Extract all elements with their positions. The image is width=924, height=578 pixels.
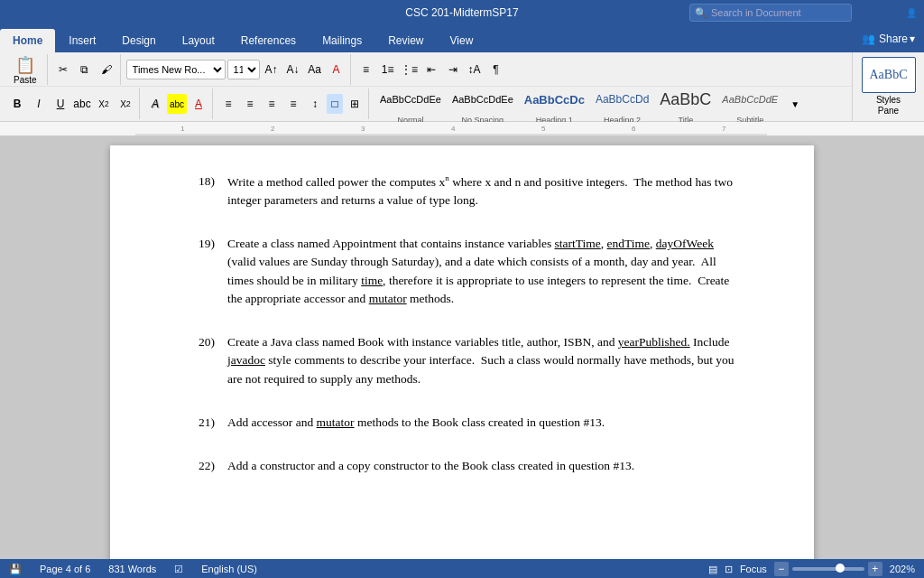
text-effect-button[interactable]: A bbox=[145, 94, 165, 114]
starttime-text: startTime bbox=[555, 237, 601, 250]
person-icon: 👥 bbox=[862, 33, 875, 45]
question-20-text: Create a Java class named Book with inst… bbox=[227, 333, 742, 388]
question-18-text: Write a method called power the computes… bbox=[227, 172, 742, 210]
focus-icon[interactable]: ⊡ bbox=[725, 564, 733, 575]
page-info: Page 4 of 6 bbox=[40, 564, 90, 574]
question-22-text: Add a constructor and a copy constructor… bbox=[227, 457, 742, 475]
save-icon: 💾 bbox=[9, 564, 22, 575]
bold-button[interactable]: B bbox=[7, 94, 27, 114]
font-color-button[interactable]: A bbox=[189, 94, 208, 114]
zoom-level: 202% bbox=[890, 564, 915, 574]
font-style-group: B I U abc X2 X2 bbox=[4, 89, 140, 119]
font-name-select[interactable]: Times New Ro... bbox=[126, 60, 226, 79]
line-spacing-button[interactable]: ↕ bbox=[305, 94, 325, 114]
more-styles-button[interactable]: ▼ bbox=[785, 94, 805, 114]
tab-design[interactable]: Design bbox=[109, 29, 168, 52]
grow-font-button[interactable]: A↑ bbox=[262, 60, 282, 79]
language: English (US) bbox=[201, 564, 257, 574]
share-label[interactable]: Share bbox=[879, 33, 908, 45]
layout-icon[interactable]: ▤ bbox=[708, 564, 717, 575]
font-group: Times New Ro... 11 A↑ A↓ Aa A bbox=[123, 54, 351, 85]
styles-pane-button[interactable]: AaBbC StylesPane bbox=[852, 52, 924, 121]
style-title[interactable]: AaBbC Title bbox=[656, 81, 715, 126]
svg-text:7: 7 bbox=[722, 125, 726, 133]
account-btn[interactable]: 👤 bbox=[899, 0, 924, 25]
style-heading1[interactable]: AaBbCcDc Heading 1 bbox=[521, 81, 588, 126]
tab-mailings[interactable]: Mailings bbox=[310, 29, 374, 52]
superscript-n: n bbox=[445, 173, 449, 182]
cut-button[interactable]: ✂ bbox=[53, 60, 73, 79]
ruler-svg: 1 2 3 4 5 6 7 bbox=[135, 122, 767, 136]
style-normal-preview: AaBbCcDdEe bbox=[380, 83, 441, 116]
question-18: 18) Write a method called power the comp… bbox=[182, 172, 742, 210]
style-subtitle-preview: AaBbCcDdE bbox=[722, 83, 778, 116]
paste-button[interactable]: 📋 Paste bbox=[7, 54, 43, 85]
style-heading2-preview: AaBbCcDd bbox=[596, 83, 649, 116]
paste-group: 📋 Paste bbox=[4, 54, 48, 85]
border-button[interactable]: ⊞ bbox=[345, 94, 365, 114]
shrink-font-button[interactable]: A↓ bbox=[283, 60, 303, 79]
style-subtitle[interactable]: AaBbCcDdE Subtitle bbox=[718, 81, 781, 126]
svg-text:4: 4 bbox=[451, 125, 456, 133]
zoom-in-button[interactable]: + bbox=[868, 562, 882, 576]
mutator-text-19: mutator bbox=[369, 292, 407, 305]
status-bar: 💾 Page 4 of 6 831 Words ☑ English (US) ▤… bbox=[0, 559, 924, 578]
superscript-button[interactable]: X2 bbox=[116, 94, 135, 114]
document-page[interactable]: 18) Write a method called power the comp… bbox=[110, 145, 814, 559]
tab-layout[interactable]: Layout bbox=[170, 29, 227, 52]
underline-button[interactable]: U bbox=[51, 94, 70, 114]
align-right-button[interactable]: ≡ bbox=[262, 94, 282, 114]
tab-insert[interactable]: Insert bbox=[56, 29, 108, 52]
question-21: 21) Add accessor and mutator methods to … bbox=[182, 414, 742, 432]
search-icon: 🔍 bbox=[695, 7, 707, 19]
paste-label: Paste bbox=[14, 75, 37, 85]
word-count: 831 Words bbox=[108, 564, 156, 574]
tab-references[interactable]: References bbox=[228, 29, 309, 52]
svg-text:1: 1 bbox=[180, 125, 185, 133]
subscript-button[interactable]: X2 bbox=[94, 94, 114, 114]
text-effects-group: A abc A bbox=[142, 89, 213, 119]
clear-format-button[interactable]: A bbox=[327, 60, 346, 79]
style-heading2[interactable]: AaBbCcDd Heading 2 bbox=[592, 81, 652, 126]
tab-view[interactable]: View bbox=[438, 29, 486, 52]
ribbon: 📋 Paste ✂ ⧉ 🖌 Times New Ro... 11 A↑ A↓ A… bbox=[0, 52, 924, 122]
tab-review[interactable]: Review bbox=[375, 29, 436, 52]
style-no-spacing[interactable]: AaBbCcDdEe No Spacing bbox=[448, 81, 517, 126]
content-area: 18) Write a method called power the comp… bbox=[0, 136, 924, 559]
javadoc-text: javadoc bbox=[227, 353, 265, 367]
align-center-button[interactable]: ≡ bbox=[240, 94, 260, 114]
style-normal[interactable]: AaBbCcDdEe Normal bbox=[376, 81, 445, 126]
question-18-number: 18) bbox=[182, 172, 227, 210]
font-size-select[interactable]: 11 bbox=[227, 60, 260, 79]
question-21-number: 21) bbox=[182, 414, 227, 432]
ribbon-row2: B I U abc X2 X2 A abc A ≡ ≡ ≡ ≡ ↕ □ ⊞ Aa… bbox=[0, 87, 924, 121]
svg-text:5: 5 bbox=[541, 125, 546, 133]
dayofweek-text: dayOfWeek bbox=[656, 237, 714, 250]
justify-button[interactable]: ≡ bbox=[283, 94, 303, 114]
style-heading1-preview: AaBbCcDc bbox=[524, 83, 585, 116]
copy-button[interactable]: ⧉ bbox=[75, 60, 95, 79]
format-painter-button[interactable]: 🖌 bbox=[97, 60, 116, 79]
zoom-out-button[interactable]: − bbox=[774, 562, 789, 576]
paste-icon: 📋 bbox=[15, 57, 35, 73]
alignment-group: ≡ ≡ ≡ ≡ ↕ □ ⊞ bbox=[215, 89, 369, 119]
italic-button[interactable]: I bbox=[29, 94, 49, 114]
question-19-text: Create a class named Appointment that co… bbox=[227, 235, 742, 308]
shading-button[interactable]: □ bbox=[327, 94, 343, 114]
search-box[interactable]: 🔍 Search in Document bbox=[689, 4, 852, 22]
share-chevron[interactable]: ▾ bbox=[910, 33, 915, 45]
case-button[interactable]: Aa bbox=[305, 60, 325, 79]
strikethrough-button[interactable]: abc bbox=[72, 94, 92, 114]
clipboard-group: ✂ ⧉ 🖌 bbox=[50, 54, 121, 85]
focus-label: Focus bbox=[740, 564, 767, 574]
zoom-slider[interactable] bbox=[792, 567, 864, 571]
align-left-button[interactable]: ≡ bbox=[218, 94, 238, 114]
tab-home[interactable]: Home bbox=[0, 29, 55, 52]
tab-bar: Home Insert Design Layout References Mai… bbox=[0, 25, 924, 52]
window-controls: 👤 bbox=[899, 0, 924, 25]
question-20-number: 20) bbox=[182, 333, 227, 388]
question-20: 20) Create a Java class named Book with … bbox=[182, 333, 742, 388]
highlight-button[interactable]: abc bbox=[167, 94, 187, 114]
title-bar: CSC 201-MidtermSP17 🔍 Search in Document… bbox=[0, 0, 924, 25]
question-22: 22) Add a constructor and a copy constru… bbox=[182, 457, 742, 475]
